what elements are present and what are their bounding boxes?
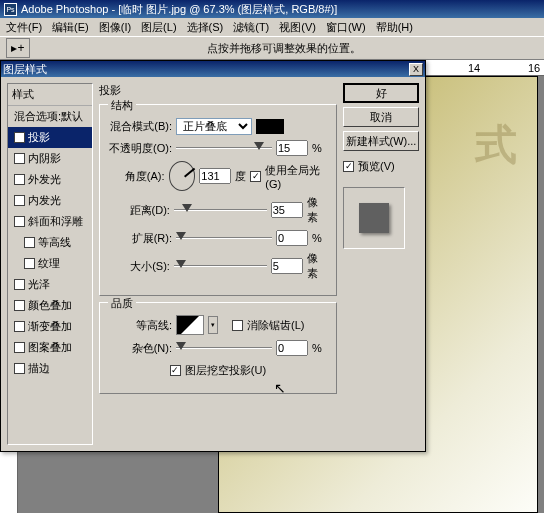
distance-input[interactable] — [271, 202, 303, 218]
angle-label: 角度(A): — [108, 169, 165, 184]
menu-filter[interactable]: 滤镜(T) — [229, 19, 273, 36]
global-light-label: 使用全局光(G) — [265, 163, 328, 190]
noise-slider[interactable] — [176, 341, 272, 355]
blendmode-label: 混合模式(B): — [108, 119, 172, 134]
app-titlebar: Ps Adobe Photoshop - [临时 图片.jpg @ 67.3% … — [0, 0, 544, 18]
angle-input[interactable] — [199, 168, 231, 184]
size-slider[interactable] — [174, 259, 267, 273]
menu-window[interactable]: 窗口(W) — [322, 19, 370, 36]
spread-unit: % — [312, 232, 322, 244]
ruler-tick: 14 — [468, 62, 480, 74]
spread-input[interactable] — [276, 230, 308, 246]
styles-list: 样式 混合选项:默认 ✓投影 内阴影 外发光 内发光 斜面和浮雕 等高线 纹理 … — [7, 83, 93, 445]
inner-glow-item[interactable]: 内发光 — [8, 190, 92, 211]
spread-slider[interactable] — [176, 231, 272, 245]
close-icon[interactable]: X — [409, 63, 423, 76]
quality-group: 品质 等高线: ▾ 消除锯齿(L) 杂色(N): % — [99, 302, 337, 394]
drop-shadow-check[interactable]: ✓ — [14, 132, 25, 143]
noise-label: 杂色(N): — [108, 341, 172, 356]
ok-button[interactable]: 好 — [343, 83, 419, 103]
ruler-tick: 16 — [528, 62, 540, 74]
size-label: 大小(S): — [108, 259, 170, 274]
styles-header[interactable]: 样式 — [8, 84, 92, 106]
menu-layer[interactable]: 图层(L) — [137, 19, 180, 36]
spread-label: 扩展(R): — [108, 231, 172, 246]
layer-style-dialog: 图层样式 X 样式 混合选项:默认 ✓投影 内阴影 外发光 内发光 斜面和浮雕 … — [0, 60, 426, 452]
contour-swatch[interactable] — [176, 315, 204, 335]
move-tool-icon[interactable]: ▸+ — [6, 38, 30, 58]
menu-image[interactable]: 图像(I) — [95, 19, 135, 36]
angle-unit: 度 — [235, 169, 246, 184]
checkbox[interactable] — [14, 195, 25, 206]
opacity-label: 不透明度(O): — [108, 141, 172, 156]
contour-dropdown-icon[interactable]: ▾ — [208, 316, 218, 334]
blend-options-item[interactable]: 混合选项:默认 — [8, 106, 92, 127]
knockout-label: 图层挖空投影(U) — [185, 363, 266, 378]
checkbox[interactable] — [14, 300, 25, 311]
preview-check[interactable]: ✓ — [343, 161, 354, 172]
preview-label: 预览(V) — [358, 159, 395, 174]
checkbox[interactable] — [14, 363, 25, 374]
dialog-title: 图层样式 — [3, 62, 47, 77]
gradient-overlay-item[interactable]: 渐变叠加 — [8, 316, 92, 337]
size-unit: 像素 — [307, 251, 328, 281]
satin-item[interactable]: 光泽 — [8, 274, 92, 295]
checkbox[interactable] — [24, 237, 35, 248]
checkbox[interactable] — [14, 216, 25, 227]
cancel-button[interactable]: 取消 — [343, 107, 419, 127]
color-overlay-item[interactable]: 颜色叠加 — [8, 295, 92, 316]
structure-label: 结构 — [108, 98, 136, 113]
contour-label: 等高线: — [108, 318, 172, 333]
dialog-titlebar[interactable]: 图层样式 X — [1, 61, 425, 77]
color-swatch[interactable] — [256, 119, 284, 134]
checkbox[interactable] — [14, 342, 25, 353]
checkbox[interactable] — [14, 279, 25, 290]
options-bar: ▸+ 点按并拖移可调整效果的位置。 — [0, 36, 544, 60]
options-hint: 点按并拖移可调整效果的位置。 — [30, 41, 538, 56]
menu-select[interactable]: 选择(S) — [183, 19, 228, 36]
global-light-check[interactable]: ✓ — [250, 171, 261, 182]
checkbox[interactable] — [24, 258, 35, 269]
blendmode-select[interactable]: 正片叠底 — [176, 118, 252, 135]
menubar: 文件(F) 编辑(E) 图像(I) 图层(L) 选择(S) 滤镜(T) 视图(V… — [0, 18, 544, 36]
pattern-overlay-item[interactable]: 图案叠加 — [8, 337, 92, 358]
bevel-item[interactable]: 斜面和浮雕 — [8, 211, 92, 232]
angle-dial[interactable] — [169, 161, 196, 191]
inner-shadow-item[interactable]: 内阴影 — [8, 148, 92, 169]
checkbox[interactable] — [14, 174, 25, 185]
noise-input[interactable] — [276, 340, 308, 356]
noise-unit: % — [312, 342, 322, 354]
preview-box — [343, 187, 405, 249]
distance-unit: 像素 — [307, 195, 328, 225]
antialias-label: 消除锯齿(L) — [247, 318, 304, 333]
stroke-item[interactable]: 描边 — [8, 358, 92, 379]
menu-edit[interactable]: 编辑(E) — [48, 19, 93, 36]
workspace: 14 16 式 图层样式 X 样式 混合选项:默认 ✓投影 内阴影 外发光 内发… — [0, 60, 544, 513]
texture-item[interactable]: 纹理 — [8, 253, 92, 274]
antialias-check[interactable] — [232, 320, 243, 331]
menu-view[interactable]: 视图(V) — [275, 19, 320, 36]
checkbox[interactable] — [14, 153, 25, 164]
opacity-slider[interactable] — [176, 141, 272, 155]
distance-label: 距离(D): — [108, 203, 170, 218]
structure-group: 结构 混合模式(B): 正片叠底 不透明度(O): % 角度(A): — [99, 104, 337, 296]
opacity-input[interactable] — [276, 140, 308, 156]
outer-glow-item[interactable]: 外发光 — [8, 169, 92, 190]
size-input[interactable] — [271, 258, 303, 274]
photoshop-icon: Ps — [4, 3, 17, 16]
distance-slider[interactable] — [174, 203, 267, 217]
opacity-unit: % — [312, 142, 322, 154]
app-title: Adobe Photoshop - [临时 图片.jpg @ 67.3% (图层… — [21, 2, 337, 17]
dialog-buttons: 好 取消 新建样式(W)... ✓预览(V) — [343, 83, 419, 445]
menu-help[interactable]: 帮助(H) — [372, 19, 417, 36]
preview-shadow — [359, 203, 389, 233]
contour-item[interactable]: 等高线 — [8, 232, 92, 253]
knockout-check[interactable]: ✓ — [170, 365, 181, 376]
drop-shadow-item[interactable]: ✓投影 — [8, 127, 92, 148]
settings-panel: 投影 结构 混合模式(B): 正片叠底 不透明度(O): % — [99, 83, 337, 445]
new-style-button[interactable]: 新建样式(W)... — [343, 131, 419, 151]
quality-label: 品质 — [108, 296, 136, 311]
panel-title: 投影 — [99, 83, 337, 98]
checkbox[interactable] — [14, 321, 25, 332]
menu-file[interactable]: 文件(F) — [2, 19, 46, 36]
